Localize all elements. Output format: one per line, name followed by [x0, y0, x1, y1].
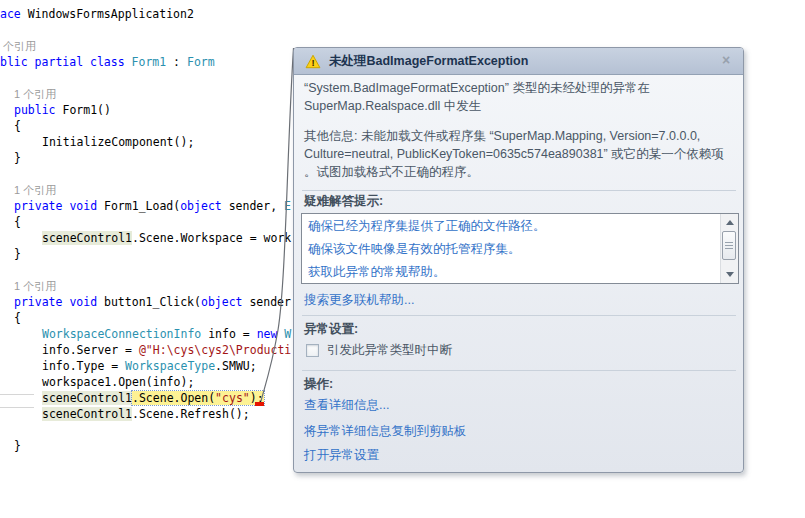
break-checkbox-label: 引发此异常类型时中断: [327, 342, 452, 359]
section-divider: [302, 370, 736, 371]
code-line[interactable]: {: [14, 216, 21, 229]
code-segment: Form1_Load(: [97, 199, 180, 213]
warning-icon: !: [305, 54, 321, 69]
code-segment: new: [257, 327, 278, 341]
code-segment: 1 个引用: [14, 184, 56, 196]
message-line: SuperMap.Realspace.dll 中发生: [304, 97, 736, 115]
exception-dialog: ! 未处理BadImageFormatException × “System.B…: [293, 47, 744, 473]
code-segment: private void: [14, 295, 97, 309]
code-segment: :: [166, 55, 187, 69]
code-line[interactable]: {: [14, 120, 21, 133]
code-line[interactable]: sceneControl1.Scene.Open("cys");: [42, 392, 264, 405]
code-segment: sceneControl1: [42, 407, 132, 421]
close-icon[interactable]: ×: [717, 51, 735, 69]
code-segment: sceneControl1: [42, 231, 132, 245]
section-divider: [302, 190, 736, 191]
actions-heading: 操作:: [304, 376, 333, 393]
code-line[interactable]: InitializeComponent();: [42, 136, 194, 149]
chevron-up-icon: [726, 220, 734, 225]
code-line[interactable]: ace WindowsFormsApplication2: [0, 8, 194, 21]
code-segment: WorkspaceType: [125, 359, 215, 373]
scroll-up-button[interactable]: [722, 215, 738, 230]
break-checkbox[interactable]: [306, 344, 319, 357]
code-segment: ace: [0, 7, 21, 21]
code-segment: }: [14, 247, 21, 261]
break-on-exception-row: 引发此异常类型时中断: [306, 342, 452, 359]
code-segment: object: [201, 295, 243, 309]
code-segment: Form1: [132, 55, 167, 69]
code-line[interactable]: public Form1(): [14, 104, 111, 117]
code-segment: private void: [14, 199, 97, 213]
code-segment: 个引用: [3, 40, 36, 52]
code-segment: sceneControl1: [42, 391, 132, 405]
code-segment: InitializeComponent();: [42, 135, 194, 149]
view-detail-link[interactable]: 查看详细信息...: [304, 397, 389, 414]
code-line[interactable]: info.Type = WorkspaceType.SMWU;: [42, 360, 257, 373]
code-segment: .Scene.Refresh();: [132, 407, 250, 421]
code-segment: info =: [201, 327, 256, 341]
code-line[interactable]: WorkspaceConnectionInfo info = new W: [42, 328, 291, 341]
code-segment: info.Server =: [42, 343, 139, 357]
code-segment: public: [14, 103, 56, 117]
code-line[interactable]: }: [14, 248, 21, 261]
code-line[interactable]: blic partial class Form1 : Form: [0, 56, 215, 69]
code-line[interactable]: info.Server = @"H:\cys\cys2\Producti: [42, 344, 291, 357]
message-line: 其他信息: 未能加载文件或程序集 “SuperMap.Mapping, Vers…: [304, 127, 736, 145]
code-segment: [125, 55, 132, 69]
copy-exception-link[interactable]: 将异常详细信息复制到剪贴板: [304, 423, 467, 440]
exception-settings-heading: 异常设置:: [304, 321, 358, 338]
code-segment: @"H:\cys\cys2\Producti: [139, 343, 291, 357]
section-divider: [302, 315, 736, 316]
dialog-title: 未处理BadImageFormatException: [329, 53, 528, 70]
dialog-title-exception-name: BadImageFormatException: [367, 54, 529, 68]
code-line[interactable]: private void button1_Click(object sender: [14, 296, 291, 309]
code-segment: }: [14, 151, 21, 165]
code-line[interactable]: {: [14, 312, 21, 325]
message-primary: “System.BadImageFormatException” 类型的未经处理…: [304, 79, 736, 115]
code-segment: {: [14, 215, 21, 229]
code-segment: .Scene.Open(: [132, 391, 215, 405]
code-line[interactable]: sceneControl1.Scene.Workspace = work: [42, 232, 291, 245]
code-segment: info.Type =: [42, 359, 125, 373]
message-line: 。试图加载格式不正确的程序。: [304, 163, 736, 181]
code-segment: WorkspaceConnectionInfo: [42, 327, 201, 341]
code-segment: "cys": [215, 391, 250, 405]
margin-tick: [0, 394, 34, 395]
open-exception-settings-link[interactable]: 打开异常设置: [304, 447, 379, 464]
listbox-scrollbar[interactable]: [720, 214, 738, 283]
code-segment: button1_Click(: [97, 295, 201, 309]
code-segment: W: [284, 327, 291, 341]
scroll-thumb[interactable]: [722, 231, 736, 260]
code-line[interactable]: sceneControl1.Scene.Refresh();: [42, 408, 250, 421]
code-segment: 1 个引用: [14, 88, 56, 100]
code-line[interactable]: private void Form1_Load(object sender, E: [14, 200, 291, 213]
tip-link[interactable]: 确保已经为程序集提供了正确的文件路径。: [308, 218, 546, 235]
code-line[interactable]: 1 个引用: [14, 184, 56, 197]
search-online-help-link[interactable]: 搜索更多联机帮助...: [304, 292, 414, 309]
code-segment: sender: [243, 295, 291, 309]
code-segment: sender,: [222, 199, 284, 213]
svg-text:!: !: [311, 57, 314, 68]
tip-link[interactable]: 确保该文件映像是有效的托管程序集。: [308, 241, 521, 258]
code-segment: 1 个引用: [14, 280, 56, 292]
code-line[interactable]: 1 个引用: [14, 280, 56, 293]
dialog-header: ! 未处理BadImageFormatException ×: [294, 48, 743, 75]
code-line[interactable]: }: [14, 152, 21, 165]
code-line[interactable]: }: [14, 440, 21, 453]
code-segment: .Scene.Workspace = work: [132, 231, 291, 245]
code-segment: Form1(): [56, 103, 111, 117]
message-line: Culture=neutral, PublicKeyToken=0635c574…: [304, 145, 736, 163]
code-line[interactable]: 个引用: [3, 40, 36, 53]
code-line[interactable]: workspace1.Open(info);: [42, 376, 194, 389]
dialog-title-prefix: 未处理: [329, 54, 367, 68]
margin-tick: [0, 407, 34, 408]
scroll-down-button[interactable]: [722, 267, 738, 282]
message-details: 其他信息: 未能加载文件或程序集 “SuperMap.Mapping, Vers…: [304, 127, 736, 181]
code-line[interactable]: 1 个引用: [14, 88, 56, 101]
code-segment: blic partial class: [0, 55, 125, 69]
tip-link[interactable]: 获取此异常的常规帮助。: [308, 264, 446, 281]
tips-listbox: 确保已经为程序集提供了正确的文件路径。 确保该文件映像是有效的托管程序集。 获取…: [301, 213, 739, 284]
code-segment: WindowsFormsApplication2: [21, 7, 194, 21]
exception-statement-highlight: .Scene.Open("cys");: [132, 391, 264, 405]
code-segment: }: [14, 439, 21, 453]
